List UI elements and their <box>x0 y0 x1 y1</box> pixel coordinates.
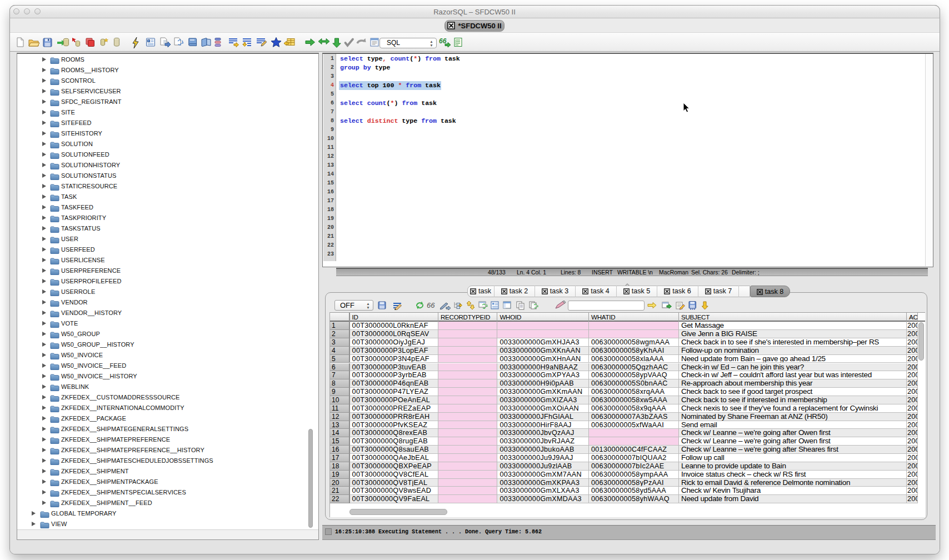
svg-text:66: 66 <box>427 301 435 309</box>
